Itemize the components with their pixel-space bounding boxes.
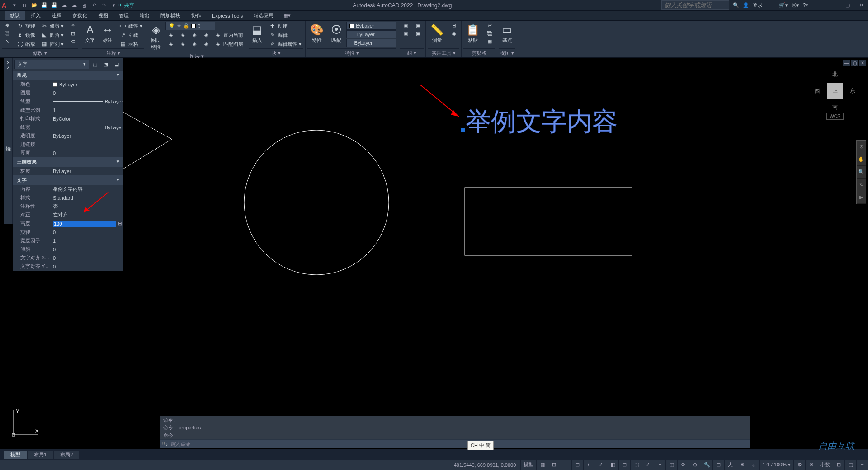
panel-label-annotation[interactable]: 注释 ▾: [82, 48, 144, 57]
nav-orbit-icon[interactable]: ⟲: [857, 179, 866, 191]
transparency-toggle-icon[interactable]: ◫: [665, 460, 677, 470]
group-text[interactable]: 文字▾: [13, 175, 123, 185]
tab-insert[interactable]: 插入: [25, 11, 46, 20]
match-props-button[interactable]: ⦿匹配: [328, 22, 344, 45]
array-button[interactable]: ▦阵列 ▾: [39, 40, 66, 48]
clean-screen-icon[interactable]: ▢: [844, 460, 856, 470]
tab-model[interactable]: 模型: [4, 450, 27, 459]
quick-props-icon[interactable]: ⊡: [712, 460, 724, 470]
prop-transparency[interactable]: 透明度ByLayer: [13, 132, 123, 140]
group-btn-2[interactable]: ▣: [400, 30, 411, 38]
insert-block-button[interactable]: ⬓插入: [249, 22, 265, 45]
panel-label-view[interactable]: 视图 ▾: [499, 48, 515, 57]
modify-more-1[interactable]: ✧: [67, 22, 78, 29]
qat-more-icon[interactable]: ▾: [109, 1, 118, 9]
group-general[interactable]: 常规▾: [13, 70, 123, 80]
edit-block-button[interactable]: ✎编辑: [267, 31, 303, 39]
autodesk-app-icon[interactable]: Ⓐ▾: [792, 2, 799, 9]
text-button[interactable]: A文字: [82, 22, 98, 45]
prop-oblique[interactable]: 倾斜0: [13, 245, 123, 254]
modify-more-3[interactable]: ⊆: [67, 38, 78, 46]
undo-icon[interactable]: ↶: [90, 1, 99, 9]
panel-label-block[interactable]: 块 ▾: [249, 48, 303, 57]
rotate-button[interactable]: ↻旋转: [14, 22, 37, 30]
dimension-button[interactable]: ↔标注: [99, 22, 116, 45]
3dosnap-icon[interactable]: ⬚: [630, 460, 642, 470]
layer-btn-3[interactable]: ◈: [189, 31, 200, 39]
nav-pan-icon[interactable]: ✋: [857, 153, 866, 166]
create-block-button[interactable]: ✚创建: [267, 22, 303, 30]
leader-button[interactable]: ↗引线: [118, 31, 144, 39]
dynamic-input-icon[interactable]: ⊡: [571, 460, 583, 470]
menu-dropdown-icon[interactable]: ▾: [10, 1, 19, 9]
tab-express[interactable]: Express Tools: [207, 12, 248, 20]
trim-button[interactable]: ✂修剪 ▾: [39, 22, 66, 30]
paste-button[interactable]: 📋粘贴: [463, 22, 482, 45]
hardware-accel-icon[interactable]: ☀: [805, 460, 817, 470]
quick-calc-icon[interactable]: ⬓: [112, 60, 122, 69]
new-icon[interactable]: 🗋: [20, 1, 29, 9]
layer-btn-8[interactable]: ◈: [201, 40, 212, 48]
prop-color[interactable]: 颜色ByLayer: [13, 80, 123, 89]
group-btn-1[interactable]: ▣: [400, 22, 411, 29]
viewcube-north[interactable]: 北: [832, 70, 838, 78]
snap-toggle-icon[interactable]: ⊞: [548, 460, 560, 470]
nav-zoom-icon[interactable]: 🔍: [857, 166, 866, 179]
command-input[interactable]: ⠿ ›_ 键入命令: [160, 440, 750, 448]
annotation-scale[interactable]: 1:1 / 100% ▾: [760, 460, 793, 470]
tab-layout2[interactable]: 布局2: [53, 450, 80, 459]
nav-showmotion-icon[interactable]: ▶: [857, 191, 866, 204]
layer-btn-2[interactable]: ◈: [177, 31, 188, 39]
save-icon[interactable]: 💾: [40, 1, 49, 9]
util-btn-1[interactable]: ⊞: [448, 22, 459, 29]
annotation-visibility-icon[interactable]: ✱: [736, 460, 748, 470]
util-btn-2[interactable]: ◉: [448, 30, 459, 38]
layer-properties-button[interactable]: ◈图层 特性: [148, 22, 164, 52]
tab-addins[interactable]: 附加模块: [155, 11, 186, 20]
stretch-button[interactable]: ⤡: [2, 38, 13, 45]
properties-button[interactable]: 🎨特性: [307, 22, 326, 45]
layer-btn-5[interactable]: ◈: [165, 40, 176, 48]
selection-cycling-icon[interactable]: ⟳: [677, 460, 689, 470]
open-icon[interactable]: 📂: [30, 1, 39, 9]
saveas-icon[interactable]: 💾: [50, 1, 59, 9]
viewport-max-icon[interactable]: ▢: [851, 60, 858, 66]
annotation-monitor-icon[interactable]: ⊕: [689, 460, 701, 470]
ortho-toggle-icon[interactable]: ⊾: [583, 460, 595, 470]
workspace-switch-icon[interactable]: ⚙: [793, 460, 805, 470]
quickcalc-icon[interactable]: ⊞: [118, 221, 123, 226]
prop-lineweight[interactable]: 线宽ByLayer: [13, 123, 123, 132]
ribbon-apps-icon[interactable]: ▦▾: [283, 13, 291, 19]
tab-manage[interactable]: 管理: [113, 11, 134, 20]
panel-label-modify[interactable]: 修改 ▾: [2, 48, 78, 57]
panel-label-group[interactable]: 组 ▾: [400, 48, 424, 57]
units-icon[interactable]: 🔧: [701, 460, 712, 470]
mirror-button[interactable]: ⧗镜像: [14, 31, 37, 39]
viewcube-south[interactable]: 南: [832, 103, 838, 111]
linetype-selector[interactable]: ≡ByLayer: [346, 39, 396, 47]
copy-button[interactable]: ⿻: [2, 30, 13, 37]
basepoint-button[interactable]: ▭基点: [499, 22, 515, 45]
group-btn-4[interactable]: ▣: [413, 30, 424, 38]
customization-icon[interactable]: ≡: [856, 460, 868, 470]
annotation-scale-toggle-icon[interactable]: 人: [724, 460, 736, 470]
prop-hyperlink[interactable]: 超链接: [13, 140, 123, 149]
layer-btn-6[interactable]: ◈: [177, 40, 188, 48]
panel-label-clipboard[interactable]: 剪贴板: [463, 48, 495, 57]
add-layout-icon[interactable]: +: [80, 450, 90, 459]
prop-text-style[interactable]: 样式Standard: [13, 193, 123, 202]
edit-attr-button[interactable]: ✐编辑属性 ▾: [267, 40, 303, 48]
tab-parametric[interactable]: 参数化: [67, 11, 93, 20]
prop-material[interactable]: 材质ByLayer: [13, 167, 123, 175]
prop-content[interactable]: 内容举例文字内容: [13, 185, 123, 193]
prop-justify[interactable]: 对正左对齐: [13, 211, 123, 219]
prop-ltscale[interactable]: 线型比例1: [13, 106, 123, 114]
panel-label-properties[interactable]: 特性 ▾: [307, 48, 396, 57]
properties-close-icon[interactable]: ✕: [6, 60, 10, 65]
osnap-toggle-icon[interactable]: ⊡: [618, 460, 630, 470]
viewcube-top[interactable]: 上: [827, 83, 843, 99]
modify-more-2[interactable]: ⊡: [67, 30, 78, 38]
prop-rotation[interactable]: 旋转0: [13, 228, 123, 236]
prop-linetype[interactable]: 线型ByLayer: [13, 97, 123, 106]
quick-select-icon[interactable]: ⬚: [90, 60, 100, 69]
